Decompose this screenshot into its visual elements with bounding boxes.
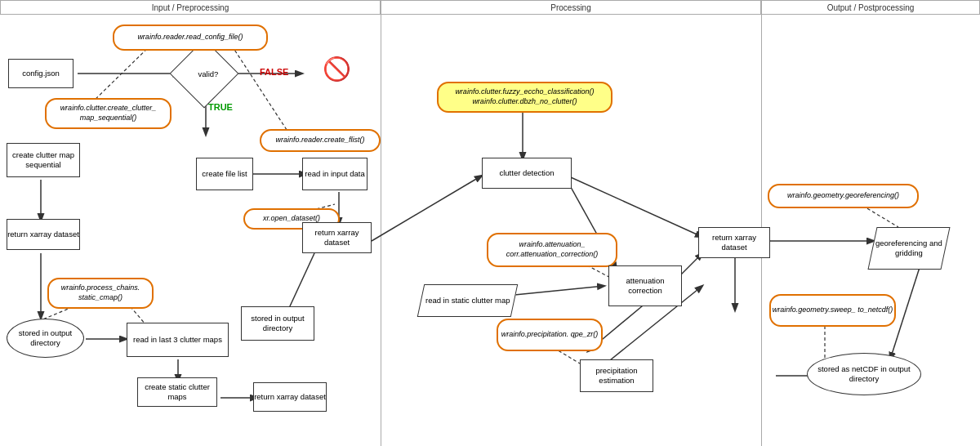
func-fuzzy: wrainfo.clutter.fuzzy_eccho_classificati…	[437, 82, 612, 113]
func-read-config-label: wrainfo.reader.read_config_file()	[137, 33, 243, 42]
return-xarray3-label: return xarray dataset	[303, 228, 371, 248]
read-input-data-label: read in input data	[305, 169, 364, 179]
col2-header: Processing	[381, 0, 761, 15]
clutter-detection-label: clutter detection	[499, 168, 554, 178]
svg-line-19	[564, 174, 702, 237]
col1-label: Input / Preprocessing	[152, 3, 229, 12]
func-georef-label: wrainfo.geometry.georeferencing()	[787, 191, 899, 201]
func-attenuation-label: wrainfo.attenuation_ corr.attenuation_co…	[488, 240, 616, 259]
return-xarray3-box: return xarray dataset	[302, 222, 372, 253]
create-static-box: create static clutter maps	[137, 377, 217, 407]
col1-header: Input / Preprocessing	[0, 0, 381, 15]
return-xarray1-label: return xarray dataset	[7, 230, 79, 239]
col3-header: Output / Postprocessing	[761, 0, 980, 15]
func-georef: wrainfo.geometry.georeferencing()	[768, 184, 919, 208]
stored-output1-label: stored in output directory	[7, 328, 83, 349]
create-clutter-seq-box: create clutter map sequential	[7, 143, 80, 177]
read-static-clutter-label: read in static clutter map	[425, 296, 510, 306]
return-xarray4-box: return xarray dataset	[698, 227, 770, 258]
attenuation-correction-label: attenuation correction	[609, 276, 681, 297]
create-static-label: create static clutter maps	[138, 382, 216, 403]
create-clutter-seq-label: create clutter map sequential	[7, 150, 79, 171]
attenuation-correction-box: attenuation correction	[608, 265, 682, 306]
georef-gridding-label: georeferencing and gridding	[873, 239, 945, 259]
diagram-container: Input / Preprocessing Processing Output …	[0, 0, 980, 446]
stored-output2-box: stored in output directory	[241, 306, 314, 341]
clutter-detection-box: clutter detection	[482, 158, 572, 189]
col2-label: Processing	[550, 3, 590, 12]
precipitation-estimation-label: precipitation estimation	[581, 366, 653, 386]
stored-netcdf-label: stored as netCDF in output directory	[808, 364, 920, 385]
return-xarray2-box: return xarray dataset	[253, 382, 327, 412]
config-json-label: config.json	[22, 69, 59, 78]
create-file-list-box: create file list	[196, 158, 253, 190]
true-label: TRUE	[208, 102, 233, 112]
false-label: FALSE	[260, 67, 288, 77]
func-create-flist-label: wrainfo.reader.create_flist()	[275, 136, 364, 145]
func-create-flist: wrainfo.reader.create_flist()	[260, 129, 381, 152]
return-xarray2-label: return xarray dataset	[254, 392, 326, 402]
func-fuzzy-label: wrainfo.clutter.fuzzy_eccho_classificati…	[439, 87, 611, 106]
georef-gridding-box: georeferencing and gridding	[867, 227, 950, 270]
func-sweep: wrainfo.geometry.sweep_ to_netcdf()	[769, 294, 896, 327]
divider-1	[381, 15, 381, 446]
func-process-chains: wrainfo.process_chains.static_cmap()	[47, 278, 154, 309]
func-qpe-label: wrainfo.precipitation. qpe_zr()	[501, 330, 599, 340]
func-create-clutter-label: wrainfo.clutter.create_clutter_ map_sequ…	[47, 104, 170, 123]
config-json-box: config.json	[8, 59, 74, 88]
read-last-clutter-box: read in last 3 clutter maps	[127, 323, 229, 357]
create-file-list-label: create file list	[202, 169, 247, 179]
valid-diamond: valid?	[180, 49, 237, 98]
func-process-chains-label: wrainfo.process_chains.static_cmap()	[61, 283, 140, 302]
func-read-config: wrainfo.reader.read_config_file()	[113, 25, 268, 51]
read-input-data-box: read in input data	[302, 158, 368, 190]
stored-output1-oval: stored in output directory	[7, 319, 84, 358]
return-xarray1-box: return xarray dataset	[7, 219, 80, 250]
svg-line-4	[229, 41, 290, 135]
svg-line-9	[372, 176, 482, 241]
func-sweep-label: wrainfo.geometry.sweep_ to_netcdf()	[773, 306, 893, 315]
col3-label: Output / Postprocessing	[827, 3, 915, 12]
return-xarray4-label: return xarray dataset	[699, 233, 769, 253]
precipitation-estimation-box: precipitation estimation	[580, 359, 653, 392]
func-create-clutter: wrainfo.clutter.create_clutter_ map_sequ…	[45, 98, 172, 129]
read-last-clutter-label: read in last 3 clutter maps	[133, 335, 222, 345]
func-qpe: wrainfo.precipitation. qpe_zr()	[497, 319, 603, 351]
stored-netcdf-oval: stored as netCDF in output directory	[807, 353, 921, 395]
read-static-clutter-box: read in static clutter map	[417, 284, 519, 317]
stop-sign: 🚫	[323, 56, 351, 83]
func-attenuation: wrainfo.attenuation_ corr.attenuation_co…	[487, 233, 617, 267]
stored-output2-label: stored in output directory	[242, 314, 314, 334]
valid-label: valid?	[180, 49, 237, 98]
